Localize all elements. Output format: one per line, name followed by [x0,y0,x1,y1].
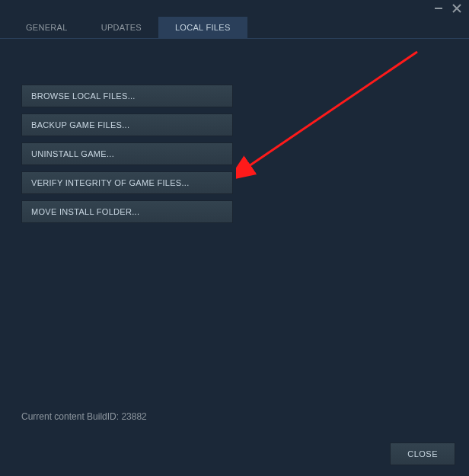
close-button[interactable]: CLOSE [390,442,455,465]
verify-integrity-button[interactable]: VERIFY INTEGRITY OF GAME FILES... [21,171,233,194]
content-panel: BROWSE LOCAL FILES... BACKUP GAME FILES.… [0,39,469,244]
tab-updates[interactable]: UPDATES [85,17,158,38]
titlebar [0,0,469,17]
tabs-bar: GENERAL UPDATES LOCAL FILES [0,17,469,39]
svg-rect-0 [435,8,442,9]
backup-game-files-button[interactable]: BACKUP GAME FILES... [21,113,233,136]
move-install-folder-button[interactable]: MOVE INSTALL FOLDER... [21,200,233,223]
browse-local-files-button[interactable]: BROWSE LOCAL FILES... [21,85,233,107]
minimize-icon[interactable] [432,2,445,14]
tab-general[interactable]: GENERAL [9,17,85,38]
tab-local-files[interactable]: LOCAL FILES [158,17,247,38]
uninstall-game-button[interactable]: UNINSTALL GAME... [21,142,233,165]
footer: CLOSE [390,442,455,465]
build-id-label: Current content BuildID: 23882 [21,411,147,422]
close-icon[interactable] [451,2,463,14]
